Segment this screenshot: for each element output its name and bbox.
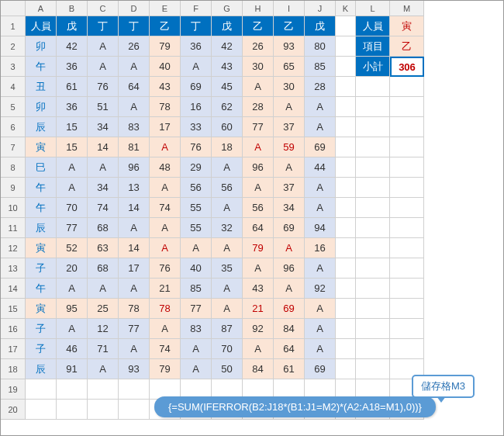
cell-J14[interactable]: 92 — [305, 279, 336, 299]
cell-D4[interactable]: 64 — [119, 77, 150, 97]
cell-M17[interactable] — [390, 339, 424, 359]
cell-G11[interactable]: 32 — [212, 218, 243, 238]
cell-I5[interactable]: A — [274, 97, 305, 117]
row-header-11[interactable]: 11 — [1, 218, 26, 238]
cell-F16[interactable]: 83 — [181, 319, 212, 339]
cell-J12[interactable]: 16 — [305, 238, 336, 258]
cell-E12[interactable]: A — [150, 238, 181, 258]
cell-H18[interactable]: 84 — [243, 359, 274, 379]
cell-A11[interactable]: 辰 — [26, 218, 57, 238]
cell-I17[interactable]: 64 — [274, 339, 305, 359]
cell-D15[interactable]: 78 — [119, 299, 150, 319]
cell-E4[interactable]: 43 — [150, 77, 181, 97]
cell-B16[interactable]: A — [57, 319, 88, 339]
cell-F13[interactable]: 40 — [181, 258, 212, 279]
cell-E16[interactable]: A — [150, 319, 181, 339]
cell-F10[interactable]: 55 — [181, 198, 212, 218]
cell-E18[interactable]: 79 — [150, 359, 181, 379]
cell-H14[interactable]: 43 — [243, 279, 274, 299]
row-header-4[interactable]: 4 — [1, 77, 26, 97]
cell-D12[interactable]: 14 — [119, 238, 150, 258]
cell-D5[interactable]: A — [119, 97, 150, 117]
cell-M11[interactable] — [390, 218, 424, 238]
cell-H12[interactable]: 79 — [243, 238, 274, 258]
cell-K10[interactable] — [336, 198, 356, 218]
cell-C13[interactable]: 68 — [88, 258, 119, 279]
cell-D17[interactable]: A — [119, 339, 150, 359]
cell-J4[interactable]: 28 — [305, 77, 336, 97]
cell-G18[interactable]: 50 — [212, 359, 243, 379]
cell-J13[interactable]: A — [305, 258, 336, 279]
cell-A13[interactable]: 子 — [26, 258, 57, 279]
col-header-G[interactable]: G — [212, 1, 243, 16]
cell-L17[interactable] — [356, 339, 390, 359]
cell-J1[interactable]: 戊 — [305, 16, 336, 36]
col-header-L[interactable]: L — [356, 1, 390, 16]
cell-M2[interactable]: 乙 — [390, 36, 424, 57]
cell-C20[interactable] — [88, 400, 119, 420]
cell-C7[interactable]: 14 — [88, 137, 119, 157]
cell-F18[interactable]: A — [181, 359, 212, 379]
cell-F7[interactable]: 76 — [181, 137, 212, 157]
cell-C19[interactable] — [88, 379, 119, 400]
cell-G14[interactable]: A — [212, 279, 243, 299]
cell-K8[interactable] — [336, 157, 356, 178]
cell-D8[interactable]: 96 — [119, 157, 150, 178]
cell-L12[interactable] — [356, 238, 390, 258]
cell-H6[interactable]: 77 — [243, 117, 274, 137]
cell-A1[interactable]: 人員 — [26, 16, 57, 36]
cell-D2[interactable]: 26 — [119, 36, 150, 57]
cell-C4[interactable]: 76 — [88, 77, 119, 97]
cell-L16[interactable] — [356, 319, 390, 339]
cell-I1[interactable]: 乙 — [274, 16, 305, 36]
cell-K1[interactable] — [336, 16, 356, 36]
cell-M3[interactable]: 306 — [390, 57, 424, 77]
cell-D13[interactable]: 17 — [119, 258, 150, 279]
cell-K4[interactable] — [336, 77, 356, 97]
row-header-13[interactable]: 13 — [1, 258, 26, 279]
cell-B4[interactable]: 61 — [57, 77, 88, 97]
cell-B20[interactable] — [57, 400, 88, 420]
cell-I13[interactable]: 96 — [274, 258, 305, 279]
cell-F3[interactable]: A — [181, 57, 212, 77]
cell-A18[interactable]: 辰 — [26, 359, 57, 379]
cell-G3[interactable]: 43 — [212, 57, 243, 77]
cell-B3[interactable]: 36 — [57, 57, 88, 77]
col-header-F[interactable]: F — [181, 1, 212, 16]
cell-K15[interactable] — [336, 299, 356, 319]
row-header-6[interactable]: 6 — [1, 117, 26, 137]
col-header-I[interactable]: I — [274, 1, 305, 16]
cell-A12[interactable]: 寅 — [26, 238, 57, 258]
cell-I11[interactable]: 69 — [274, 218, 305, 238]
cell-A16[interactable]: 子 — [26, 319, 57, 339]
cell-E9[interactable]: A — [150, 178, 181, 198]
cell-E11[interactable]: A — [150, 218, 181, 238]
cell-C8[interactable]: A — [88, 157, 119, 178]
cell-J18[interactable]: 69 — [305, 359, 336, 379]
cell-E10[interactable]: 74 — [150, 198, 181, 218]
cell-A19[interactable] — [26, 379, 57, 400]
cell-B19[interactable] — [57, 379, 88, 400]
cell-G4[interactable]: 45 — [212, 77, 243, 97]
cell-F2[interactable]: 36 — [181, 36, 212, 57]
cell-E3[interactable]: 40 — [150, 57, 181, 77]
col-header-D[interactable]: D — [119, 1, 150, 16]
cell-A14[interactable]: 午 — [26, 279, 57, 299]
cell-A3[interactable]: 午 — [26, 57, 57, 77]
cell-H10[interactable]: 56 — [243, 198, 274, 218]
cell-F1[interactable]: 丁 — [181, 16, 212, 36]
cell-B8[interactable]: A — [57, 157, 88, 178]
cell-D1[interactable]: 丁 — [119, 16, 150, 36]
cell-F9[interactable]: 56 — [181, 178, 212, 198]
cell-C12[interactable]: 63 — [88, 238, 119, 258]
cell-L1[interactable]: 人員 — [356, 16, 390, 36]
cell-K2[interactable] — [336, 36, 356, 57]
cell-M6[interactable] — [390, 117, 424, 137]
cell-K14[interactable] — [336, 279, 356, 299]
cell-C17[interactable]: 71 — [88, 339, 119, 359]
cell-D3[interactable]: A — [119, 57, 150, 77]
cell-G13[interactable]: 35 — [212, 258, 243, 279]
cell-H13[interactable]: A — [243, 258, 274, 279]
cell-L13[interactable] — [356, 258, 390, 279]
cell-A7[interactable]: 寅 — [26, 137, 57, 157]
